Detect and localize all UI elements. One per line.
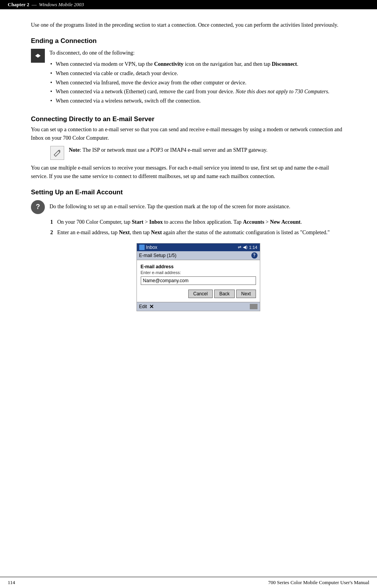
bullet-item-1: When connected via modem or VPN, tap the… <box>49 60 329 69</box>
numbered-steps-list: 1 On your 700 Color Computer, tap Start … <box>50 218 346 237</box>
footer-bar: 114 700 Series Color Mobile Computer Use… <box>0 577 377 588</box>
sc-cancel-button[interactable]: Cancel <box>188 290 213 298</box>
info-icon-circle: ? <box>31 200 45 214</box>
sc-signal-icon: ⇌ <box>238 245 241 250</box>
step-2-num: 2 <box>50 228 53 237</box>
step-2: 2 Enter an e-mail address, tap Next, the… <box>50 228 346 237</box>
setting-up-info-row: ? Do the following to set up an e-mail s… <box>31 200 346 214</box>
sc-titlebar-right: ⇌ ◀) 1:14 <box>238 245 257 250</box>
sc-titlebar: Inbox ⇌ ◀) 1:14 <box>137 243 260 251</box>
heading-connecting-email: Connecting Directly to an E-mail Server <box>31 115 346 123</box>
connecting-email-para1: You can set up a connection to an e-mail… <box>31 125 346 142</box>
sc-titlebar-left: Inbox <box>139 245 157 250</box>
setting-up-info-text: Do the following to set up an e-mail ser… <box>49 202 290 211</box>
footer-page-number: 114 <box>8 579 15 586</box>
ending-connection-content: To disconnect, do one of the following: … <box>49 49 329 108</box>
intro-paragraph: Use one of the programs listed in the pr… <box>31 21 346 29</box>
sc-field-label: E-mail address <box>141 264 256 269</box>
header-bar: Chapter 2 — Windows Mobile 2003 <box>0 0 377 9</box>
sc-app-name: Inbox <box>146 245 157 250</box>
sc-edit-label[interactable]: Edit <box>139 304 147 309</box>
connecting-email-para2: You can use multiple e-mail services to … <box>31 164 346 180</box>
sc-email-input[interactable]: Name@company.com <box>141 276 256 285</box>
sc-body: E-mail address Enter e-mail address: Nam… <box>137 260 260 302</box>
sc-start-icon <box>139 245 145 250</box>
sc-footer: Edit ✕ <box>137 302 260 311</box>
sc-next-button[interactable]: Next <box>236 290 256 298</box>
step-1-num: 1 <box>50 218 53 226</box>
email-note-row: Note: The ISP or network must use a POP3… <box>50 146 346 160</box>
bullet-item-3: When connected via Infrared, move the de… <box>49 79 329 87</box>
page-container: Chapter 2 — Windows Mobile 2003 Use one … <box>0 0 377 588</box>
sc-speaker-icon: ◀) <box>243 245 247 250</box>
pencil-icon <box>53 149 61 157</box>
note-label: Note <box>69 147 80 153</box>
arrow-right-icon <box>38 54 41 58</box>
ending-connection-intro: To disconnect, do one of the following: <box>49 49 329 57</box>
steps-container: 1 On your 700 Color Computer, tap Start … <box>31 218 346 311</box>
bullet-item-4: When connected via a network (Ethernet) … <box>49 87 329 96</box>
connectivity-icon-box <box>31 49 45 63</box>
sc-button-row: Cancel Back Next <box>141 290 256 298</box>
sc-subheader: E-mail Setup (1/5) ? <box>137 251 260 260</box>
step-1: 1 On your 700 Color Computer, tap Start … <box>50 218 346 226</box>
bullet-item-5: When connected via a wireless network, s… <box>49 97 329 105</box>
header-title: Windows Mobile 2003 <box>39 2 84 8</box>
heading-setting-up-email: Setting Up an E-mail Account <box>31 189 346 196</box>
bullet-item-2: When connected via cable or cradle, deta… <box>49 69 329 78</box>
sc-field-sublabel: Enter e-mail address: <box>141 270 256 275</box>
header-dash: — <box>32 2 37 8</box>
content-area: Use one of the programs listed in the pr… <box>0 9 377 341</box>
ending-connection-bullets: When connected via modem or VPN, tap the… <box>49 60 329 105</box>
heading-ending-connection: Ending a Connection <box>31 37 346 45</box>
header-chapter: Chapter 2 <box>8 2 29 8</box>
sc-x-symbol[interactable]: ✕ <box>149 303 154 310</box>
pencil-icon-box <box>50 146 64 160</box>
footer-manual-title: 700 Series Color Mobile Computer User's … <box>268 579 369 586</box>
sc-time: 1:14 <box>249 245 257 250</box>
sc-help-button[interactable]: ? <box>251 252 258 259</box>
ending-connection-note-row: To disconnect, do one of the following: … <box>31 49 346 108</box>
arrow-left-icon <box>35 54 38 58</box>
sc-back-button[interactable]: Back <box>214 290 235 298</box>
sc-keyboard-icon <box>250 304 258 309</box>
screenshot-mockup: Inbox ⇌ ◀) 1:14 E-mail Setup (1/5) ? E-m… <box>136 243 260 311</box>
email-note-text: Note: The ISP or network must use a POP3… <box>69 146 268 154</box>
sc-setup-label: E-mail Setup (1/5) <box>139 253 177 258</box>
